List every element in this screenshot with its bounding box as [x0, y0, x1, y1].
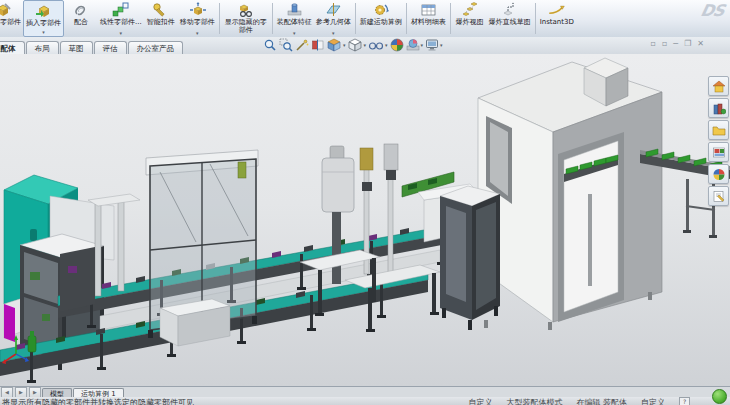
bill-of-materials-icon [420, 2, 437, 18]
move-component-button[interactable]: 移动零部件 ▾ [178, 0, 217, 37]
tab-office-products[interactable]: 办公室产品 [128, 41, 184, 54]
custom-properties-button[interactable] [708, 186, 729, 206]
toolbar-separator [272, 3, 273, 34]
right-station-cabinet[interactable] [440, 186, 500, 330]
move-component-icon [189, 2, 206, 18]
notification-badge[interactable] [712, 389, 727, 404]
magnified-selection-icon[interactable] [295, 38, 309, 52]
section-view-icon[interactable] [311, 38, 325, 52]
linear-pattern-button[interactable]: 线性零部件... ▾ [98, 0, 144, 37]
assembly-3d-model [0, 54, 730, 386]
dropdown-caret-icon[interactable]: ▾ [385, 42, 388, 48]
dropdown-caret-icon[interactable]: ▾ [364, 42, 367, 48]
command-manager-tabs: 装配体 布局 草图 评估 办公室产品 ▾ ▾ [0, 37, 730, 55]
solidworks-window: 编辑零部件 插入零部件 ▾ 配合 线性零部件... [0, 0, 730, 405]
instant3d-icon [548, 2, 565, 18]
appearances-scenes-button[interactable] [708, 164, 729, 184]
smart-fasteners-icon [152, 2, 169, 18]
exploded-view-icon [461, 2, 478, 18]
dropdown-caret-icon[interactable]: ▾ [42, 30, 45, 36]
minimize-icon[interactable]: ─ [673, 39, 678, 49]
instant3d-button[interactable]: Instant3D [538, 0, 576, 37]
view-orientation-icon[interactable]: ▾ [327, 38, 346, 52]
toolbar-separator [219, 3, 220, 34]
heads-up-view-toolbar: ▾ ▾ ▾ ▾ ▾ [263, 38, 443, 52]
file-explorer-button[interactable] [708, 120, 729, 140]
document-window-controls: ▫ ▫ ─ ❐ ✕ [650, 39, 704, 49]
insert-component-icon [35, 3, 52, 19]
quick-tips-help-icon[interactable]: ? [679, 397, 690, 405]
explode-line-sketch-icon [501, 2, 518, 18]
edit-appearance-icon[interactable] [390, 38, 404, 52]
status-custom-2[interactable]: 自定义 [641, 397, 665, 405]
cascade-icon[interactable]: ▫ [662, 39, 667, 49]
design-library-button[interactable] [708, 98, 729, 118]
display-style-icon[interactable]: ▾ [348, 38, 367, 52]
zoom-to-fit-icon[interactable] [263, 38, 277, 52]
toolbar-separator [535, 3, 536, 34]
reference-geometry-icon [325, 2, 342, 18]
apply-scene-icon[interactable]: ▾ [406, 38, 424, 52]
zoom-to-area-icon[interactable] [279, 38, 293, 52]
status-editing-assembly: 在编辑 装配体 [576, 397, 627, 405]
close-icon[interactable]: ✕ [697, 39, 704, 49]
explode-line-sketch-button[interactable]: 爆炸直线草图 [487, 0, 533, 37]
insert-component-button[interactable]: 插入零部件 ▾ [23, 0, 64, 37]
view-settings-icon[interactable]: ▾ [425, 38, 443, 52]
new-motion-study-button[interactable]: 新建运动算例 [358, 0, 404, 37]
toolbar-separator [406, 3, 407, 34]
edit-component-icon [0, 2, 12, 18]
restore-icon[interactable]: ❐ [684, 39, 691, 49]
command-manager-toolbar: 编辑零部件 插入零部件 ▾ 配合 线性零部件... [0, 0, 730, 38]
status-large-assembly-mode: 大型装配体模式 [506, 397, 562, 405]
solidworks-resources-button[interactable] [708, 76, 729, 96]
restore-doc-icon[interactable]: ▫ [650, 39, 655, 49]
tab-layout[interactable]: 布局 [26, 41, 59, 54]
assembly-features-icon [286, 2, 303, 18]
status-message: 将显示所有隐藏的零部件并转换选定的隐藏零部件可见 [2, 397, 194, 405]
status-custom: 自定义 [468, 397, 492, 405]
status-bar: 将显示所有隐藏的零部件并转换选定的隐藏零部件可见 自定义 大型装配体模式 在编辑… [0, 397, 730, 405]
front-table[interactable] [160, 299, 230, 346]
dropdown-caret-icon[interactable]: ▾ [421, 42, 424, 48]
mate-icon [73, 2, 90, 18]
reference-geometry-button[interactable]: 参考几何体 ▾ [314, 0, 353, 37]
show-hidden-components-button[interactable]: 显示隐藏的零部件 [222, 0, 270, 37]
bill-of-materials-button[interactable]: 材料明细表 [409, 0, 448, 37]
task-pane [708, 76, 729, 206]
main-enclosure-machine[interactable] [478, 58, 662, 330]
tab-evaluate[interactable]: 评估 [94, 41, 127, 54]
exploded-view-button[interactable]: 爆炸视图 [453, 0, 487, 37]
smart-fasteners-button[interactable]: 智能扣件 [144, 0, 178, 37]
hide-show-items-icon[interactable]: ▾ [368, 38, 388, 52]
linear-pattern-icon [112, 2, 129, 18]
view-palette-button[interactable] [708, 142, 729, 162]
assembly-features-button[interactable]: 装配体特征 ▾ [275, 0, 314, 37]
edit-component-button[interactable]: 编辑零部件 [0, 0, 23, 37]
new-motion-study-icon [372, 2, 389, 18]
tab-assembly[interactable]: 装配体 [0, 41, 25, 54]
show-hidden-components-icon [237, 2, 254, 18]
status-right-items: 自定义 大型装配体模式 在编辑 装配体 自定义 ? [468, 397, 690, 405]
mate-button[interactable]: 配合 [64, 0, 98, 37]
toolbar-separator [355, 3, 356, 34]
dropdown-caret-icon[interactable]: ▾ [440, 42, 443, 48]
toolbar-separator [450, 3, 451, 34]
dassault-systemes-logo: DS [699, 1, 726, 20]
graphics-area[interactable] [0, 54, 730, 386]
dropdown-caret-icon[interactable]: ▾ [343, 42, 346, 48]
tab-sketch[interactable]: 草图 [60, 41, 93, 54]
